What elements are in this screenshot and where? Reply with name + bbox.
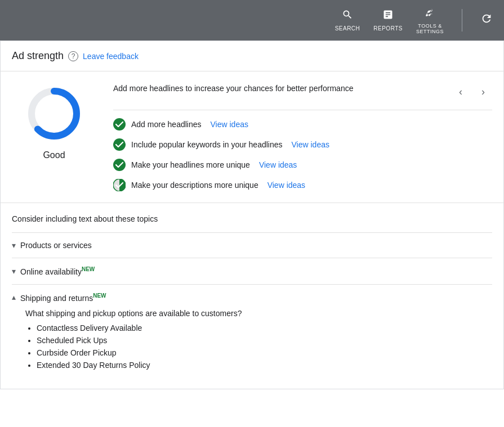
main-card: Ad strength ? Leave feedback Good Add mo… <box>0 41 504 389</box>
check-full-icon-3 <box>113 159 126 171</box>
topic-item-products: ▾ Products or services <box>12 232 492 258</box>
ad-strength-title: Ad strength <box>12 50 64 62</box>
svg-point-3 <box>113 138 126 151</box>
chevron-up-icon-shipping: ▴ <box>12 293 16 302</box>
nav-item-tools-settings[interactable]: TOOLS & SETTINGS <box>416 7 444 34</box>
rec-item-keywords-text: Include popular keywords in your headlin… <box>131 140 283 149</box>
prev-arrow-button[interactable]: ‹ <box>452 83 470 101</box>
list-item: Extended 30 Day Returns Policy <box>37 361 492 370</box>
donut-chart-container: Good <box>12 83 96 191</box>
view-ideas-unique-headlines-link[interactable]: View ideas <box>259 160 297 169</box>
top-navigation: SEARCH REPORTS TOOLS & SETTINGS <box>0 0 504 41</box>
new-badge-online: NEW <box>82 266 95 272</box>
chevron-down-icon-online: ▾ <box>12 267 16 276</box>
rec-item-headlines-text: Add more headlines <box>131 120 202 129</box>
donut-chart <box>23 83 85 145</box>
topic-header-shipping[interactable]: ▴ Shipping and returnsNEW <box>12 293 492 303</box>
nav-item-search[interactable]: SEARCH <box>335 9 360 32</box>
rec-item-unique-headlines: Make your headlines more unique View ide… <box>113 159 492 171</box>
topic-name-shipping: Shipping and returnsNEW <box>20 293 106 303</box>
ad-strength-header: Ad strength ? Leave feedback <box>1 41 503 71</box>
refresh-button[interactable] <box>480 12 493 28</box>
list-item: Contactless Delivery Available <box>37 323 492 332</box>
topics-section: Consider including text about these topi… <box>1 203 503 389</box>
next-arrow-button[interactable]: › <box>474 83 492 101</box>
help-icon[interactable]: ? <box>68 51 78 61</box>
rec-item-unique-descriptions: Make your descriptions more unique View … <box>113 179 492 191</box>
rec-item-unique-descriptions-text: Make your descriptions more unique <box>131 181 258 190</box>
list-item: Scheduled Pick Ups <box>37 336 492 345</box>
ad-strength-body: Good Add more headlines to increase your… <box>1 71 503 203</box>
topic-item-online-availability: ▾ Online availabilityNEW <box>12 258 492 284</box>
rec-header-text: Add more headlines to increase your chan… <box>113 83 353 95</box>
topic-item-shipping: ▴ Shipping and returnsNEW What shipping … <box>12 284 492 378</box>
donut-label: Good <box>43 150 65 160</box>
view-ideas-keywords-link[interactable]: View ideas <box>292 140 329 149</box>
recommendations-panel: Add more headlines to increase your chan… <box>113 83 492 191</box>
rec-items-list: Add more headlines View ideas Include po… <box>113 118 492 191</box>
list-item: Curbside Order Pickup <box>37 348 492 357</box>
topic-name-products: Products or services <box>20 241 92 250</box>
svg-point-2 <box>113 118 126 131</box>
reports-icon <box>382 9 394 23</box>
topics-title: Consider including text about these topi… <box>12 214 492 223</box>
topic-header-products[interactable]: ▾ Products or services <box>12 241 492 250</box>
tools-settings-nav-label: TOOLS & SETTINGS <box>416 23 444 34</box>
rec-item-unique-headlines-text: Make your headlines more unique <box>131 160 250 169</box>
view-ideas-headlines-link[interactable]: View ideas <box>211 120 248 129</box>
refresh-icon <box>480 12 493 28</box>
view-ideas-unique-descriptions-link[interactable]: View ideas <box>267 181 305 190</box>
reports-nav-label: REPORTS <box>373 25 403 32</box>
chevron-down-icon-products: ▾ <box>12 241 16 250</box>
rec-item-headlines: Add more headlines View ideas <box>113 118 492 131</box>
rec-divider <box>113 110 492 110</box>
topic-name-online-availability: Online availabilityNEW <box>20 266 95 276</box>
topic-question-shipping: What shipping and pickup options are ava… <box>25 309 492 318</box>
check-full-icon <box>113 118 126 131</box>
svg-point-4 <box>113 159 126 171</box>
search-nav-label: SEARCH <box>335 25 360 32</box>
rec-header: Add more headlines to increase your chan… <box>113 83 492 101</box>
nav-items: SEARCH REPORTS TOOLS & SETTINGS <box>335 7 493 34</box>
topic-header-online-availability[interactable]: ▾ Online availabilityNEW <box>12 266 492 276</box>
tools-settings-icon <box>424 7 435 21</box>
check-half-icon <box>113 179 126 191</box>
nav-arrows: ‹ › <box>452 83 492 101</box>
leave-feedback-link[interactable]: Leave feedback <box>83 52 139 61</box>
nav-item-reports[interactable]: REPORTS <box>373 9 403 32</box>
new-badge-shipping: NEW <box>93 293 106 299</box>
topic-expanded-content-shipping: What shipping and pickup options are ava… <box>12 302 492 370</box>
check-full-icon-2 <box>113 138 126 151</box>
nav-divider <box>462 9 462 32</box>
topic-list-shipping: Contactless Delivery Available Scheduled… <box>25 323 492 370</box>
search-icon <box>342 9 353 23</box>
rec-item-keywords: Include popular keywords in your headlin… <box>113 138 492 151</box>
